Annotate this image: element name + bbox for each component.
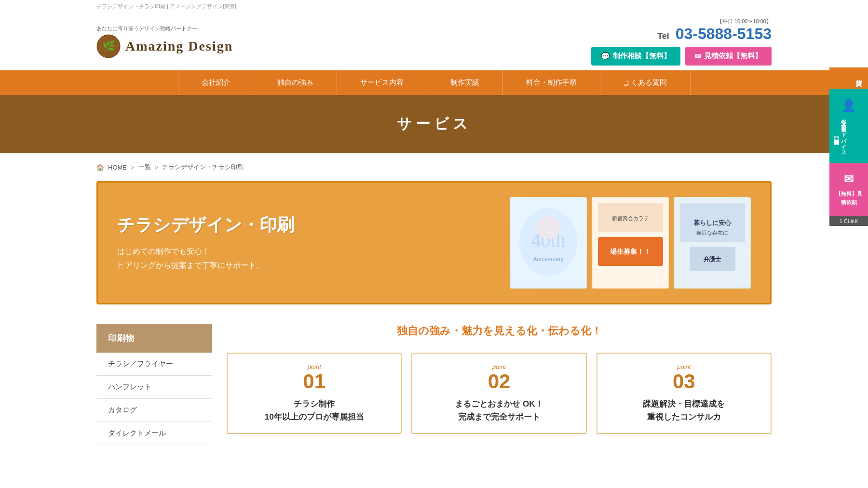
breadcrumb: 🏠 HOME > 一覧 > チラシデザイン・チラシ印刷 bbox=[96, 153, 772, 181]
logo-tagline: あなたに寄り添うデザイン戦略パートナー bbox=[96, 25, 233, 32]
point-label-3: point bbox=[607, 363, 761, 370]
hero-title: サービス bbox=[0, 114, 868, 134]
phone-area: 【平日 10:00〜18:00】 Tel 03-5888-5153 bbox=[657, 18, 772, 43]
point-card-2: point 02 まるごとおまかせ OK！ 完成まで完全サポート bbox=[411, 353, 586, 434]
breadcrumb-list[interactable]: 一覧 bbox=[138, 163, 151, 171]
mail-icon: ✉ bbox=[695, 52, 701, 61]
point-label-2: point bbox=[422, 363, 576, 370]
point-number-3: 03 bbox=[607, 371, 761, 392]
service-desc: はじめての制作でも安心！ ヒアリングから提案まで丁寧にサポート。 bbox=[117, 245, 294, 273]
floating-review-btn[interactable]: 大好評！ bbox=[829, 67, 868, 89]
floating-consult-icon: 👤 bbox=[833, 99, 864, 112]
floating-estimate-text: 【無料】見積依頼 bbox=[833, 190, 864, 207]
breadcrumb-current: チラシデザイン・チラシ印刷 bbox=[162, 163, 244, 171]
sidebar-item-catalog[interactable]: カタログ bbox=[96, 399, 212, 422]
header: あなたに寄り添うデザイン戦略パートナー 🌿 Amazing Design 【平日… bbox=[0, 13, 868, 70]
logo-icon: 🌿 bbox=[96, 34, 121, 58]
point-label-1: point bbox=[237, 363, 391, 370]
header-buttons: 💬 制作相談【無料】 ✉ 見積依頼【無料】 bbox=[591, 47, 772, 66]
phone-hours: 【平日 10:00〜18:00】 bbox=[657, 18, 772, 25]
floating-estimate-icon: ✉ bbox=[833, 172, 864, 186]
sidebar-item-dm[interactable]: ダイレクトメール bbox=[96, 422, 212, 445]
consult-button[interactable]: 💬 制作相談【無料】 bbox=[591, 47, 680, 66]
svg-text:Anniversary: Anniversary bbox=[533, 256, 563, 263]
service-banner-images: 40th Anniversary 場生募集！！ 新宿真会カラテ bbox=[510, 197, 751, 289]
point-card-1: point 01 チラシ制作 10年以上のプロが専属担当 bbox=[227, 353, 402, 434]
logo-text: Amazing Design bbox=[125, 39, 233, 54]
point-number-1: 01 bbox=[237, 371, 391, 392]
home-icon: 🏠 bbox=[96, 164, 104, 171]
point-title-1: チラシ制作 10年以上のプロが専属担当 bbox=[237, 397, 391, 423]
nav-price[interactable]: 料金・制作手順 bbox=[503, 70, 600, 95]
points-grid: point 01 チラシ制作 10年以上のプロが専属担当 point 02 まる… bbox=[227, 353, 772, 434]
hero-banner: サービス bbox=[0, 95, 868, 153]
logo-area: あなたに寄り添うデザイン戦略パートナー 🌿 Amazing Design bbox=[96, 25, 233, 58]
svg-text:弁護士: 弁護士 bbox=[704, 256, 721, 263]
point-number-2: 02 bbox=[422, 371, 576, 392]
flyer-image-1: 40th Anniversary bbox=[510, 197, 587, 289]
nav-works[interactable]: 制作実績 bbox=[427, 70, 503, 95]
sidebar-category: 印刷物 bbox=[96, 324, 212, 353]
floating-click-label: 1 CLicK bbox=[829, 216, 868, 226]
main-content: 🏠 HOME > 一覧 > チラシデザイン・チラシ印刷 チラシデザイン・印刷 は… bbox=[0, 153, 868, 445]
sidebar-item-flyer[interactable]: チラシ／フライヤー bbox=[96, 353, 212, 376]
section-tagline: 独自の強み・魅力を見える化・伝わる化！ bbox=[227, 324, 772, 338]
sidebar-item-pamphlet[interactable]: パンフレット bbox=[96, 376, 212, 399]
point-card-3: point 03 課題解決・目標達成を 重視したコンサルカ bbox=[597, 353, 772, 434]
top-breadcrumb: チラシデザイン・チラシ印刷 | アメージングデザイン[東京] bbox=[0, 0, 868, 13]
logo-main: 🌿 Amazing Design bbox=[96, 34, 233, 58]
sidebar: 印刷物 チラシ／フライヤー パンフレット カタログ ダイレクトメール bbox=[96, 324, 212, 445]
point-title-3: 課題解決・目標達成を 重視したコンサルカ bbox=[607, 397, 761, 423]
floating-consult-text: 注文の個別アドバイス 【無料】制作相談 bbox=[833, 116, 847, 153]
nav-service[interactable]: サービス内容 bbox=[337, 70, 427, 95]
flyer-image-2: 場生募集！！ 新宿真会カラテ bbox=[592, 197, 669, 289]
estimate-button[interactable]: ✉ 見積依頼【無料】 bbox=[685, 47, 772, 66]
floating-consult-btn[interactable]: 👤 注文の個別アドバイス 【無料】制作相談 bbox=[829, 89, 868, 163]
svg-text:身近な存在に: 身近な存在に bbox=[696, 230, 728, 236]
point-title-2: まるごとおまかせ OK！ 完成まで完全サポート bbox=[422, 397, 576, 423]
service-banner: チラシデザイン・印刷 はじめての制作でも安心！ ヒアリングから提案まで丁寧にサポ… bbox=[96, 181, 772, 304]
nav-bar: 会社紹介 独自の強み サービス内容 制作実績 料金・制作手順 よくある質問 bbox=[0, 70, 868, 95]
breadcrumb-home[interactable]: HOME bbox=[108, 164, 127, 171]
svg-text:暮らしに安心: 暮らしに安心 bbox=[693, 219, 732, 226]
svg-text:場生募集！！: 場生募集！！ bbox=[610, 248, 651, 255]
floating-right: 大好評！ 👤 注文の個別アドバイス 【無料】制作相談 ✉ 【無料】見積依頼 1 … bbox=[829, 67, 868, 226]
nav-strength[interactable]: 独自の強み bbox=[254, 70, 337, 95]
consult-icon: 💬 bbox=[601, 52, 610, 61]
nav-company[interactable]: 会社紹介 bbox=[178, 70, 254, 95]
phone-number: Tel 03-5888-5153 bbox=[657, 25, 772, 43]
svg-text:新宿真会カラテ: 新宿真会カラテ bbox=[611, 215, 649, 221]
header-right: 【平日 10:00〜18:00】 Tel 03-5888-5153 💬 制作相談… bbox=[591, 18, 772, 66]
floating-estimate-btn[interactable]: ✉ 【無料】見積依頼 bbox=[829, 163, 868, 216]
content-layout: 印刷物 チラシ／フライヤー パンフレット カタログ ダイレクトメール 独自の強み… bbox=[96, 324, 772, 445]
svg-text:🌿: 🌿 bbox=[102, 40, 116, 53]
flyer-image-3: 暮らしに安心 身近な存在に 弁護士 bbox=[674, 197, 751, 289]
nav-faq[interactable]: よくある質問 bbox=[600, 70, 691, 95]
svg-point-6 bbox=[536, 215, 560, 239]
main-section: 独自の強み・魅力を見える化・伝わる化！ point 01 チラシ制作 10年以上… bbox=[227, 324, 772, 445]
service-title: チラシデザイン・印刷 bbox=[117, 213, 294, 237]
service-banner-text: チラシデザイン・印刷 はじめての制作でも安心！ ヒアリングから提案まで丁寧にサポ… bbox=[117, 213, 294, 273]
